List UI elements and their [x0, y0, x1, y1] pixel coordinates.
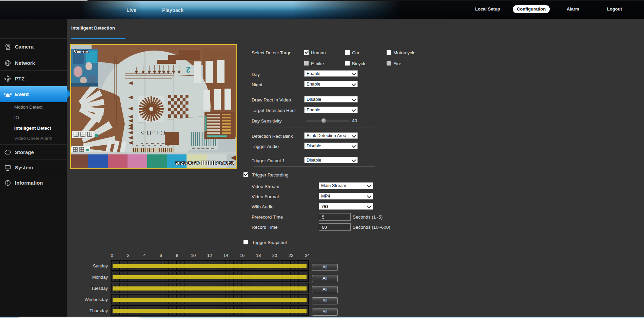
- event-icon: [4, 91, 12, 98]
- nav-configuration[interactable]: Configuration: [513, 5, 550, 13]
- schedule-bar: [113, 309, 307, 313]
- hour-label: 24: [303, 253, 311, 258]
- day-label-thursday: Thursday: [68, 308, 108, 313]
- video-format-select[interactable]: MP4: [319, 193, 373, 200]
- nav-playback[interactable]: Playback: [162, 7, 183, 13]
- checkbox-car[interactable]: [345, 50, 350, 55]
- day-label-wednesday: Wednesday: [68, 297, 108, 302]
- sidebar-item-network[interactable]: Network: [0, 55, 67, 71]
- schedule-track-tuesday[interactable]: [111, 283, 309, 293]
- tab-underline: [71, 38, 125, 39]
- trigger-recording-label: Trigger Recording: [252, 172, 289, 177]
- sidebar-sub-video-cover-alarm[interactable]: Video Cover Alarm: [14, 136, 52, 141]
- hour-label: 8: [173, 253, 181, 258]
- information-icon: [4, 179, 12, 187]
- video-preview[interactable]: C-L-D-S 2: [70, 44, 237, 169]
- checkbox-ebike[interactable]: [304, 61, 309, 66]
- prerecord-hint: Seconds (1~5): [353, 214, 383, 220]
- day-label-sunday: Sunday: [68, 263, 108, 268]
- record-label: Record Time: [252, 225, 278, 230]
- sidebar-item-event[interactable]: Event: [0, 86, 67, 102]
- divider-4: [254, 235, 375, 235]
- target-rect-select[interactable]: Enable: [304, 107, 358, 113]
- camera-icon: [4, 43, 12, 51]
- record-input[interactable]: [319, 223, 351, 231]
- day-label-monday: Monday: [68, 275, 108, 280]
- sidebar-sub-io[interactable]: IO: [14, 115, 19, 120]
- all-button-sunday[interactable]: All: [312, 264, 338, 271]
- checkbox-motorcycle[interactable]: [387, 50, 391, 55]
- nav-local-setup[interactable]: Local Setup: [475, 6, 500, 12]
- day-sensitivity-slider-track[interactable]: [306, 120, 349, 122]
- svg-text:2: 2: [186, 65, 191, 74]
- schedule-bar: [113, 264, 307, 268]
- nav-live[interactable]: Live: [126, 7, 136, 13]
- nav-alarm[interactable]: Alarm: [567, 6, 579, 12]
- rect-blink-select[interactable]: Blink Detection Area: [304, 132, 358, 139]
- trigger-output-select[interactable]: Disable: [304, 157, 358, 163]
- day-label-tuesday: Tuesday: [68, 286, 108, 291]
- all-button-monday[interactable]: All: [312, 275, 338, 282]
- prerecord-input[interactable]: [319, 213, 351, 221]
- divider-3: [254, 166, 375, 167]
- day-select[interactable]: Enable: [304, 70, 358, 77]
- trigger-audio-label: Trigger Audio: [252, 144, 279, 149]
- night-label: Night: [252, 82, 262, 87]
- night-select[interactable]: Enable: [304, 81, 358, 87]
- tab-bottom-border: [67, 40, 644, 40]
- trigger-audio-select[interactable]: Disable: [304, 143, 358, 149]
- svg-text:2023-06-29: 2023-06-29: [175, 161, 200, 166]
- target-rect-label: Target Detection Rect: [252, 108, 296, 113]
- checkbox-human[interactable]: [304, 50, 309, 55]
- schedule-track-wednesday[interactable]: [111, 294, 309, 304]
- network-icon: [4, 59, 12, 67]
- day-label: Day: [252, 72, 260, 77]
- top-strip-right: [87, 0, 644, 1]
- divider-2: [254, 128, 375, 128]
- record-hint: Seconds (10~600): [353, 225, 390, 230]
- nav-logout[interactable]: Logout: [607, 6, 622, 12]
- schedule-bar: [113, 298, 307, 302]
- with-audio-select[interactable]: Yes: [319, 203, 373, 210]
- sidebar-divider: [0, 191, 67, 191]
- checkbox-car-label: Car: [352, 50, 359, 55]
- checkbox-bicycle[interactable]: [345, 61, 350, 66]
- hour-label: 12: [206, 253, 214, 258]
- schedule-track-thursday[interactable]: [111, 305, 309, 316]
- checkbox-fire[interactable]: [387, 61, 391, 66]
- sidebar-item-information[interactable]: Information: [0, 175, 67, 190]
- storage-icon: [4, 149, 12, 156]
- trigger-snapshot-label: Trigger Snapshot: [252, 240, 287, 245]
- sidebar-item-ptz[interactable]: PTZ: [0, 70, 67, 87]
- sidebar-item-system[interactable]: System: [0, 160, 67, 175]
- checkbox-motorcycle-label: Motorcycle: [393, 50, 415, 55]
- checkbox-trigger-recording[interactable]: [243, 172, 248, 177]
- all-button-tuesday[interactable]: All: [312, 286, 338, 293]
- select-detect-target-label: Select Detect Target: [252, 50, 293, 55]
- schedule-bar: [113, 286, 307, 291]
- trigger-output-label: Trigger Output 1: [252, 158, 285, 163]
- checkbox-trigger-snapshot[interactable]: [243, 240, 248, 244]
- day-sensitivity-label: Day Sensitivity: [252, 118, 282, 124]
- checkbox-fire-label: Fire: [393, 61, 401, 66]
- system-icon: [4, 164, 12, 171]
- schedule-track-monday[interactable]: [111, 272, 309, 282]
- tab-intelligent-detection[interactable]: Intelligent Detection: [71, 25, 115, 31]
- top-strip-left: [0, 0, 87, 1]
- sidebar-item-storage[interactable]: Storage: [0, 144, 67, 160]
- timestamp-overlay: 2023-06-29 13:08:50: [175, 161, 234, 166]
- all-button-wednesday[interactable]: All: [312, 297, 338, 304]
- day-sensitivity-slider-handle[interactable]: [321, 118, 326, 123]
- checkbox-bicycle-label: Bicycle: [352, 61, 367, 66]
- draw-rect-select[interactable]: Disable: [304, 96, 358, 102]
- sidebar-sub-intelligent-detect[interactable]: Intelligent Detect: [14, 126, 51, 131]
- sidebar-item-camera[interactable]: Camera: [0, 38, 67, 55]
- test-chart-image: C-L-D-S 2: [71, 45, 236, 168]
- svg-text:C-L-D-S: C-L-D-S: [140, 129, 165, 136]
- all-button-thursday[interactable]: All: [312, 308, 338, 316]
- video-stream-select[interactable]: Main Stream: [319, 182, 373, 189]
- top-nav-bar: Live Playback Local Setup Configuration …: [0, 0, 644, 19]
- schedule-track-sunday[interactable]: [111, 260, 309, 271]
- sidebar-sub-motion-detect[interactable]: Motion Detect: [14, 105, 42, 110]
- checkbox-human-label: Human: [311, 50, 326, 55]
